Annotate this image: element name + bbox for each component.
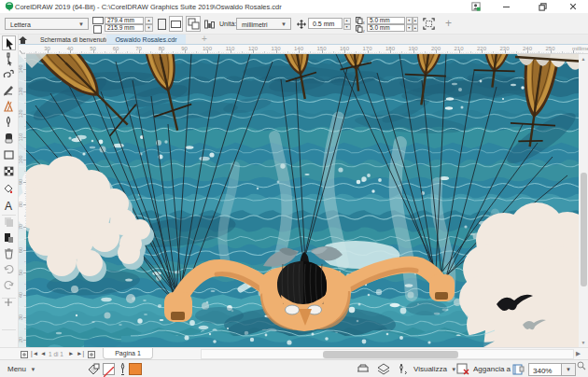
svg-text:y: y (363, 29, 366, 33)
svg-text:A: A (5, 200, 12, 213)
svg-text:x: x (363, 21, 366, 24)
